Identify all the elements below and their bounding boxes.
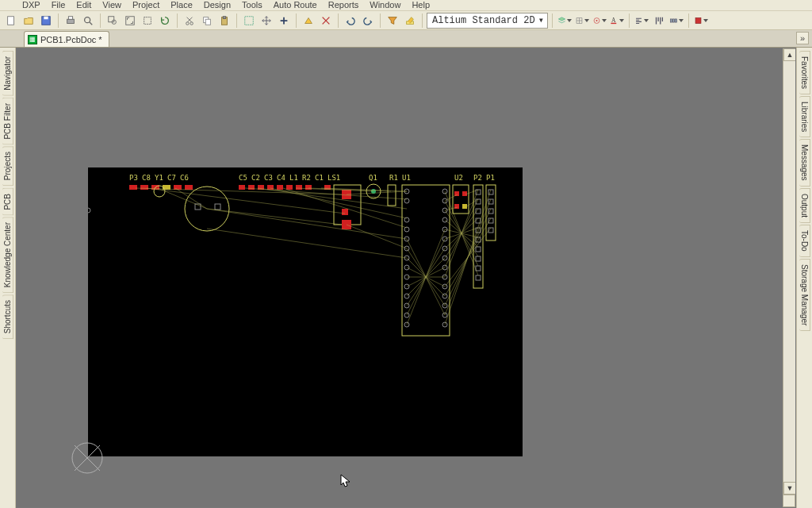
svg-point-11 <box>186 21 190 25</box>
menu-dxp[interactable]: DXP <box>22 0 40 10</box>
svg-point-20 <box>596 19 597 21</box>
svg-rect-9 <box>126 16 135 25</box>
scroll-up-button[interactable]: ▲ <box>783 48 796 61</box>
svg-rect-23 <box>670 18 672 21</box>
desig-p1: P1 <box>486 174 495 182</box>
menu-place[interactable]: Place <box>170 0 193 10</box>
font-color-button[interactable]: A <box>609 13 625 29</box>
svg-rect-104 <box>488 209 493 214</box>
tab-pcb1[interactable]: ▦ PCB1.PcbDoc * <box>24 31 109 47</box>
document-tabstrip: ▦ PCB1.PcbDoc * » <box>0 30 812 48</box>
svg-text:A: A <box>611 17 616 24</box>
svg-line-149 <box>465 190 478 194</box>
zoom-area-button[interactable] <box>105 13 121 29</box>
undo-button[interactable] <box>343 13 358 29</box>
drc-button[interactable] <box>301 13 316 29</box>
svg-rect-16 <box>223 16 226 18</box>
refresh-button[interactable] <box>157 13 173 29</box>
main-toolbar: Altium Standard 2D ▾ A <box>0 11 812 30</box>
align-left-button[interactable] <box>634 13 649 29</box>
panel-knowledge[interactable]: Knowledge Center <box>2 217 13 293</box>
zoom-selected-button[interactable] <box>140 13 155 29</box>
desig-c8: C8 <box>142 174 151 182</box>
panel-output[interactable]: Output <box>799 188 810 223</box>
panel-navigator[interactable]: Navigator <box>2 51 13 96</box>
panel-storage[interactable]: Storage Manager <box>799 259 810 331</box>
move-button[interactable] <box>259 13 274 29</box>
chevron-down-icon: ▾ <box>538 14 544 26</box>
svg-rect-32 <box>185 185 193 190</box>
highlight-button[interactable] <box>402 13 418 29</box>
menu-tools[interactable]: Tools <box>242 0 262 10</box>
grid-button[interactable] <box>574 13 590 29</box>
snap-button[interactable] <box>592 13 607 29</box>
pcb-canvas[interactable]: P3 C8 Y1 C7 C6 C5 C2 C3 C4 L1 R2 C1 LS1 … <box>16 48 796 508</box>
desig-c7: C7 <box>167 174 176 182</box>
panel-messages[interactable]: Messages <box>799 139 810 187</box>
svg-rect-7 <box>109 16 114 21</box>
panel-pcb[interactable]: PCB <box>2 188 13 216</box>
menu-reports[interactable]: Reports <box>328 0 359 10</box>
redo-button[interactable] <box>360 13 376 29</box>
desig-c2: C2 <box>251 174 260 182</box>
component-u1 <box>88 185 450 336</box>
view-config-combo[interactable]: Altium Standard 2D ▾ <box>427 13 548 29</box>
plus-icon[interactable] <box>276 13 292 29</box>
svg-line-6 <box>90 21 93 25</box>
svg-point-12 <box>190 21 193 25</box>
desig-r2: R2 <box>302 174 311 182</box>
open-button[interactable] <box>21 13 36 29</box>
cut-button[interactable] <box>182 13 197 29</box>
cross-probe-button[interactable] <box>318 13 334 29</box>
svg-rect-88 <box>454 204 459 209</box>
desig-c3: C3 <box>264 174 273 182</box>
new-button[interactable] <box>3 13 19 29</box>
svg-rect-41 <box>277 185 283 190</box>
svg-rect-105 <box>488 218 493 223</box>
distribute-button[interactable] <box>668 13 684 29</box>
desig-c4: C4 <box>277 174 285 182</box>
menu-view[interactable]: View <box>102 0 121 10</box>
view-config-text: Altium Standard 2D <box>432 15 535 26</box>
menu-help[interactable]: Help <box>412 0 430 10</box>
panel-pcbfilter[interactable]: PCB Filter <box>2 98 13 145</box>
save-button[interactable] <box>38 13 54 29</box>
scroll-down-button[interactable]: ▼ <box>783 482 796 495</box>
menu-autoroute[interactable]: Auto Route <box>274 0 317 10</box>
print-button[interactable] <box>63 13 79 29</box>
preview-button[interactable] <box>80 13 96 29</box>
align-top-button[interactable] <box>651 13 667 29</box>
panel-libraries[interactable]: Libraries <box>799 96 810 137</box>
right-dock: Favorites Libraries Messages Output To-D… <box>796 48 812 508</box>
origin-marker <box>71 441 104 475</box>
menu-project[interactable]: Project <box>132 0 159 10</box>
svg-rect-89 <box>462 204 467 209</box>
paste-button[interactable] <box>216 13 232 29</box>
vertical-scrollbar[interactable]: ▲ ▼ <box>783 48 795 495</box>
svg-rect-86 <box>454 191 459 196</box>
panel-shortcuts[interactable]: Shortcuts <box>2 294 13 339</box>
copy-button[interactable] <box>199 13 215 29</box>
select-button[interactable] <box>241 13 257 29</box>
menu-design[interactable]: Design <box>204 0 231 10</box>
svg-rect-53 <box>388 185 396 206</box>
menu-file[interactable]: File <box>52 0 66 10</box>
panel-favorites[interactable]: Favorites <box>799 51 810 94</box>
svg-rect-24 <box>675 18 676 21</box>
layer-stack-button[interactable] <box>557 13 573 29</box>
panel-projects[interactable]: Projects <box>2 146 13 186</box>
filter-button[interactable] <box>385 13 400 29</box>
desig-ls1: LS1 <box>327 174 340 182</box>
menu-edit[interactable]: Edit <box>76 0 91 10</box>
svg-line-112 <box>207 209 407 239</box>
panel-todo[interactable]: To-Do <box>799 225 810 257</box>
tab-overflow-button[interactable]: » <box>796 32 809 44</box>
svg-rect-14 <box>205 19 210 25</box>
layers-dropdown[interactable] <box>693 13 709 29</box>
menu-window[interactable]: Window <box>370 0 400 10</box>
zoom-fit-button[interactable] <box>122 13 138 29</box>
menu-bar: DXP File Edit View Project Place Design … <box>0 0 812 11</box>
svg-line-121 <box>347 191 407 194</box>
pcb-file-icon: ▦ <box>28 35 37 44</box>
svg-rect-43 <box>296 185 302 190</box>
